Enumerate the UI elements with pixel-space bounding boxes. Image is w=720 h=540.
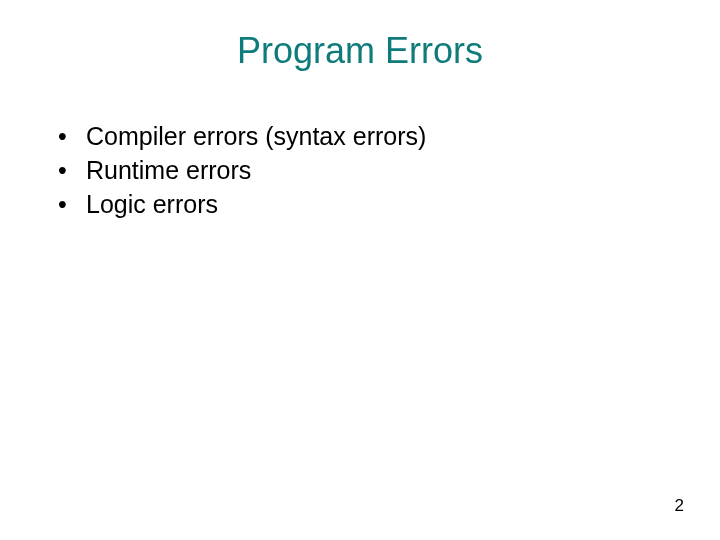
list-item: Compiler errors (syntax errors)	[58, 120, 680, 154]
list-item: Runtime errors	[58, 154, 680, 188]
slide: Program Errors Compiler errors (syntax e…	[0, 0, 720, 540]
page-number: 2	[675, 496, 684, 516]
list-item: Logic errors	[58, 188, 680, 222]
bullet-list: Compiler errors (syntax errors) Runtime …	[40, 120, 680, 221]
slide-title: Program Errors	[40, 30, 680, 72]
